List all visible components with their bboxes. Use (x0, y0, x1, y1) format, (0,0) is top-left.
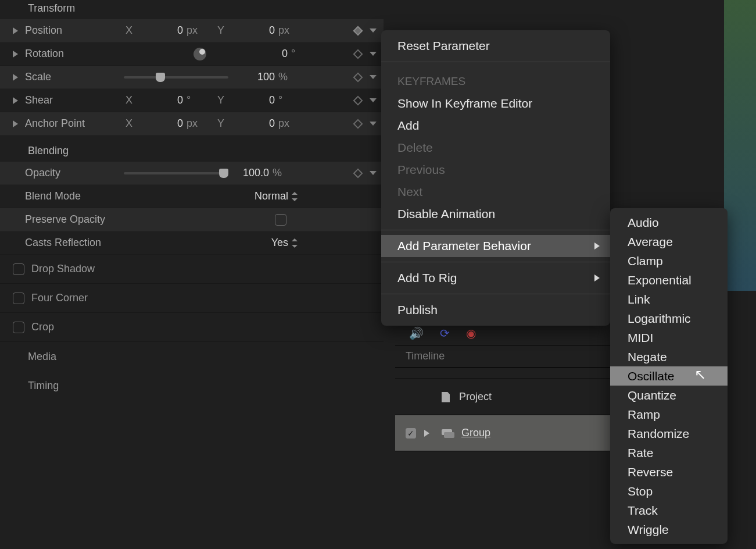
behavior-track-item[interactable]: Track (610, 501, 728, 520)
scale-label: Scale (25, 71, 112, 83)
behavior-exponential-item[interactable]: Exponential (610, 270, 728, 290)
behavior-ramp-item[interactable]: Ramp (610, 405, 728, 424)
add-parameter-behavior-item[interactable]: Add Parameter Behavior (381, 235, 610, 257)
disable-animation-item[interactable]: Disable Animation (381, 203, 610, 225)
slider-thumb-icon[interactable] (219, 169, 228, 178)
delete-keyframe-item: Delete (381, 137, 610, 159)
crop-row[interactable]: Crop (0, 313, 384, 342)
disclosure-icon[interactable] (13, 27, 18, 34)
loop-icon[interactable]: ⟳ (440, 326, 450, 340)
anchor-y-value[interactable]: 0 (240, 117, 275, 130)
param-menu-chevron-icon[interactable] (370, 52, 377, 56)
reset-parameter-item[interactable]: Reset Parameter (381, 35, 610, 57)
crop-label: Crop (31, 321, 54, 333)
behavior-logarithmic-item[interactable]: Logarithmic (610, 309, 728, 328)
media-row[interactable]: Media (0, 342, 384, 371)
behavior-wriggle-item[interactable]: Wriggle (610, 520, 728, 539)
behavior-oscillate-item[interactable]: Oscillate (610, 366, 728, 386)
blend-mode-dropdown[interactable]: Normal (255, 190, 298, 202)
behavior-stop-item[interactable]: Stop (610, 482, 728, 501)
y-unit: px (278, 24, 296, 37)
timing-row[interactable]: Timing (0, 371, 384, 400)
submenu-arrow-icon (594, 274, 600, 281)
menu-separator (381, 230, 610, 230)
preserve-opacity-checkbox[interactable] (275, 214, 286, 226)
add-keyframe-item[interactable]: Add (381, 115, 610, 137)
scale-slider[interactable] (124, 76, 228, 79)
behavior-audio-item[interactable]: Audio (610, 213, 728, 232)
casts-reflection-dropdown[interactable]: Yes (271, 237, 298, 249)
cursor-icon: ↖ (694, 366, 706, 383)
document-icon (442, 392, 450, 402)
rotation-dial[interactable] (194, 48, 206, 60)
opacity-unit: % (273, 167, 290, 179)
audio-icon[interactable]: 🔊 (409, 326, 424, 340)
param-menu-chevron-icon[interactable] (370, 171, 377, 175)
disclosure-icon[interactable] (424, 430, 429, 437)
keyframe-diamond-icon[interactable] (353, 72, 363, 82)
param-menu-chevron-icon[interactable] (370, 122, 377, 126)
menu-separator (381, 262, 610, 262)
disclosure-icon[interactable] (13, 74, 18, 81)
keyframe-diamond-icon[interactable] (353, 168, 363, 178)
keyframe-diamond-icon[interactable] (353, 49, 363, 59)
keyframe-diamond-icon[interactable] (353, 95, 363, 105)
shear-label: Shear (25, 94, 112, 106)
behavior-negate-item[interactable]: Negate (610, 347, 728, 366)
record-icon[interactable]: ◉ (466, 326, 476, 340)
param-menu-chevron-icon[interactable] (370, 28, 377, 33)
blending-header: Blending (0, 142, 384, 162)
behavior-randomize-item[interactable]: Randomize (610, 424, 728, 443)
group-visibility-checkbox[interactable]: ✓ (406, 428, 416, 439)
shear-y-value[interactable]: 0 (240, 94, 275, 106)
position-x-value[interactable]: 0 (148, 24, 183, 37)
behavior-reverse-item[interactable]: Reverse (610, 462, 728, 482)
updown-icon (292, 192, 298, 201)
preserve-opacity-row[interactable]: Preserve Opacity (0, 208, 384, 231)
position-row[interactable]: Position X 0 px Y 0 px (0, 19, 384, 42)
casts-reflection-row[interactable]: Casts Reflection Yes (0, 231, 384, 255)
four-corner-checkbox[interactable] (13, 293, 24, 304)
preserve-opacity-label: Preserve Opacity (25, 213, 176, 226)
behavior-link-item[interactable]: Link (610, 290, 728, 309)
anchor-x-value[interactable]: 0 (148, 117, 183, 130)
behavior-quantize-item[interactable]: Quantize (610, 386, 728, 405)
disclosure-icon[interactable] (13, 120, 18, 127)
show-in-keyframe-editor-item[interactable]: Show In Keyframe Editor (381, 92, 610, 115)
rotation-label: Rotation (25, 48, 112, 60)
drop-shadow-row[interactable]: Drop Shadow (0, 255, 384, 284)
keyframes-header: KEYFRAMES (381, 67, 610, 92)
disclosure-icon[interactable] (13, 51, 18, 58)
rotation-value[interactable]: 0 (253, 48, 288, 60)
x-unit: ° (187, 94, 204, 106)
param-menu-chevron-icon[interactable] (370, 98, 377, 102)
behavior-rate-item[interactable]: Rate (610, 443, 728, 462)
drop-shadow-checkbox[interactable] (13, 263, 24, 275)
keyframe-diamond-icon[interactable] (353, 119, 363, 129)
inspector-panel: Transform Position X 0 px Y 0 px Rotatio… (0, 0, 384, 400)
add-to-rig-item[interactable]: Add To Rig (381, 267, 610, 289)
crop-checkbox[interactable] (13, 322, 24, 333)
blend-mode-row[interactable]: Blend Mode Normal (0, 185, 384, 208)
shear-row[interactable]: Shear X 0 ° Y 0 ° (0, 89, 384, 112)
opacity-value[interactable]: 100.0 (234, 167, 269, 179)
behavior-midi-item[interactable]: MIDI (610, 328, 728, 347)
behavior-clamp-item[interactable]: Clamp (610, 251, 728, 270)
position-y-value[interactable]: 0 (240, 24, 275, 37)
disclosure-icon[interactable] (13, 97, 18, 104)
publish-item[interactable]: Publish (381, 299, 610, 321)
scale-row[interactable]: Scale 100 % (0, 66, 384, 89)
shear-x-value[interactable]: 0 (148, 94, 183, 106)
rotation-row[interactable]: Rotation 0 ° (0, 42, 384, 66)
slider-thumb-icon[interactable] (156, 73, 165, 82)
anchor-point-row[interactable]: Anchor Point X 0 px Y 0 px (0, 112, 384, 136)
opacity-row[interactable]: Opacity 100.0 % (0, 162, 384, 185)
four-corner-row[interactable]: Four Corner (0, 284, 384, 313)
scale-value[interactable]: 100 (240, 71, 275, 83)
keyframe-diamond-icon[interactable] (353, 26, 363, 35)
param-menu-chevron-icon[interactable] (370, 75, 377, 79)
drop-shadow-label: Drop Shadow (31, 263, 95, 275)
opacity-slider[interactable] (124, 172, 228, 174)
casts-reflection-label: Casts Reflection (25, 237, 141, 249)
behavior-average-item[interactable]: Average (610, 232, 728, 251)
